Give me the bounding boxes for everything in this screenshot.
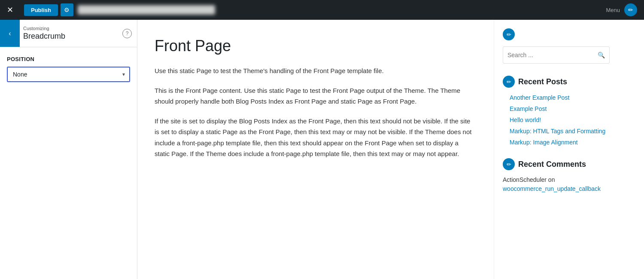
list-item: Markup: Image Alignment — [510, 138, 610, 146]
search-widget-header: ✏ — [503, 28, 610, 40]
list-item: Hello world! — [510, 116, 610, 124]
admin-bar-left: ✕ Publish ⚙ — [0, 0, 215, 20]
page-content: Front Page Use this static Page to test … — [137, 20, 494, 279]
close-icon: ✕ — [7, 5, 13, 15]
comment-author-text: ActionScheduler on — [503, 176, 610, 183]
pencil-icon: ✏ — [628, 6, 633, 13]
recent-posts-widget: ✏ Recent Posts Another Example Post Exam… — [503, 76, 610, 146]
post-link-4[interactable]: Markup: HTML Tags and Formatting — [510, 128, 605, 135]
post-link-5[interactable]: Markup: Image Alignment — [510, 139, 578, 146]
post-link-3[interactable]: Hello world! — [510, 117, 541, 123]
search-input[interactable] — [503, 52, 593, 58]
list-item: Markup: HTML Tags and Formatting — [510, 127, 610, 135]
list-item: Example Post — [510, 105, 610, 113]
paragraph-1: Use this static Page to test the Theme's… — [155, 65, 472, 77]
pencil-icon-posts: ✏ — [507, 79, 511, 85]
recent-posts-icon: ✏ — [503, 76, 515, 88]
edit-icon-circle[interactable]: ✏ — [624, 3, 637, 16]
paragraph-3: If the site is set to display the Blog P… — [155, 116, 472, 159]
back-button[interactable]: ‹ — [0, 20, 20, 47]
recent-posts-header: ✏ Recent Posts — [503, 76, 610, 88]
main-layout: ‹ Customizing Breadcrumb ? Position None… — [0, 20, 644, 279]
help-button[interactable]: ? — [122, 29, 132, 38]
recent-posts-list: Another Example Post Example Post Hello … — [503, 94, 610, 146]
paragraph-2: This is the Front Page content. Use this… — [155, 85, 472, 107]
position-select[interactable]: None Before Title After Title — [8, 67, 129, 81]
close-button[interactable]: ✕ — [0, 0, 20, 20]
publish-button[interactable]: Publish — [24, 4, 58, 16]
recent-comments-widget: ✏ Recent Comments ActionScheduler on woo… — [503, 158, 610, 193]
search-widget-icon: ✏ — [503, 28, 515, 40]
admin-bar: ✕ Publish ⚙ Menu ✏ — [0, 0, 644, 20]
search-field-wrapper[interactable]: 🔍 — [503, 46, 610, 64]
admin-bar-right: Menu ✏ — [606, 3, 644, 16]
recent-comments-icon: ✏ — [503, 158, 515, 170]
search-widget-section: ✏ 🔍 — [503, 28, 610, 64]
customizer-content: Position None Before Title After Title ▾ — [0, 47, 137, 91]
position-label: Position — [7, 56, 130, 62]
customizer-header: ‹ Customizing Breadcrumb ? — [0, 20, 137, 47]
search-icon: 🔍 — [598, 52, 605, 58]
customizer-panel: ‹ Customizing Breadcrumb ? Position None… — [0, 20, 137, 279]
pencil-icon-comments: ✏ — [507, 161, 511, 168]
comment-link[interactable]: woocommerce_run_update_callback — [503, 185, 601, 192]
post-link-1[interactable]: Another Example Post — [510, 94, 569, 101]
position-select-wrapper: None Before Title After Title ▾ — [7, 67, 130, 82]
customizer-title: Breadcrumb — [23, 32, 117, 41]
page-title: Front Page — [155, 37, 472, 55]
search-submit-button[interactable]: 🔍 — [593, 52, 609, 58]
back-icon: ‹ — [9, 30, 11, 37]
preview-inner: Front Page Use this static Page to test … — [137, 20, 644, 279]
help-icon: ? — [126, 31, 129, 37]
menu-link[interactable]: Menu — [606, 7, 620, 13]
site-title-area — [78, 5, 215, 15]
recent-comments-title: Recent Comments — [518, 160, 586, 169]
recent-posts-title: Recent Posts — [518, 77, 567, 86]
widget-sidebar: ✏ 🔍 ✏ Rec — [494, 20, 618, 279]
page-body: Use this static Page to test the Theme's… — [155, 65, 472, 159]
post-link-2[interactable]: Example Post — [510, 105, 547, 112]
gear-icon: ⚙ — [64, 6, 70, 13]
settings-button[interactable]: ⚙ — [61, 3, 73, 16]
customizer-section-label: Customizing — [23, 26, 117, 31]
publish-area: Publish ⚙ — [20, 3, 78, 16]
pencil-icon-search: ✏ — [507, 31, 511, 38]
site-title-blurred — [78, 5, 215, 15]
preview-area: Front Page Use this static Page to test … — [137, 20, 644, 279]
list-item: Another Example Post — [510, 94, 610, 101]
recent-comments-header: ✏ Recent Comments — [503, 158, 610, 170]
